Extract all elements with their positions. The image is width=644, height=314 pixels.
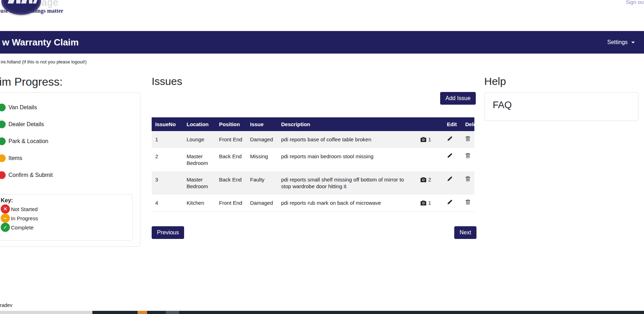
- key-item-complete: ✓Complete: [1, 223, 132, 232]
- progress-step-items[interactable]: Items: [0, 150, 140, 167]
- description-cell: pdi reports base of coffee table broken: [278, 131, 417, 148]
- location-cell: Lounge: [183, 131, 215, 148]
- bottom-bar-segment: [147, 311, 166, 314]
- issue-no-cell: 3: [152, 171, 183, 195]
- add-issue-button[interactable]: Add Issue: [440, 92, 476, 105]
- issue-row: 4KitchenFront EndDamagedpdi reports rub …: [152, 195, 474, 212]
- pencil-icon: [447, 178, 452, 183]
- delete-issue-button[interactable]: [465, 153, 470, 159]
- description-cell: pdi reports small shelf missing off bott…: [278, 171, 417, 195]
- logged-in-user-notice: ire.folland (If this is not you please l…: [1, 59, 87, 64]
- bottom-bar-segment: [166, 311, 179, 314]
- position-cell: Front End: [215, 195, 247, 212]
- edit-issue-button[interactable]: [447, 176, 452, 183]
- trash-icon: [465, 201, 470, 206]
- delete-issue-button[interactable]: [465, 136, 470, 142]
- key-item-label: Not Started: [11, 206, 38, 212]
- trash-icon: [465, 154, 470, 160]
- location-cell: Master Bedroom: [183, 148, 215, 171]
- pencil-icon: [447, 201, 452, 206]
- progress-step-dealer-details[interactable]: Dealer Details: [0, 116, 140, 133]
- issue-no-cell: 4: [152, 195, 183, 212]
- issue-no-cell: 1: [152, 131, 183, 148]
- photos-cell: [417, 148, 443, 171]
- logo-letter-fragment: [16, 0, 20, 4]
- delete-cell: [462, 131, 474, 148]
- column-header-delete: Delete: [462, 117, 474, 131]
- sign-out-link[interactable]: Sign out: [626, 0, 644, 5]
- key-item-in-progress: −In Progress: [1, 214, 132, 223]
- key-heading: Key:: [1, 197, 132, 204]
- pencil-icon: [447, 154, 452, 160]
- issue-type-cell: Damaged: [247, 195, 278, 212]
- delete-cell: [462, 195, 474, 212]
- navbar: w Warranty Claim Settings: [0, 31, 644, 54]
- issue-type-cell: Missing: [247, 148, 278, 171]
- photo-count-indicator: 1: [420, 200, 431, 206]
- footer-text: radev: [0, 302, 12, 308]
- help-heading: Help: [484, 75, 506, 87]
- logo-letter-fragment: [29, 0, 32, 4]
- in-progress-status-icon: −: [1, 214, 10, 223]
- position-cell: Front End: [215, 131, 247, 148]
- column-header-location: Location: [183, 117, 215, 131]
- photo-count-indicator: 1: [420, 136, 431, 142]
- issues-table: IssueNoLocationPositionIssueDescriptionE…: [152, 117, 474, 212]
- in-progress-status-icon: [0, 154, 6, 162]
- camera-icon: [420, 136, 426, 142]
- claim-progress-card: Van DetailsDealer DetailsPark & Location…: [0, 92, 140, 247]
- next-button[interactable]: Next: [454, 226, 476, 239]
- trash-icon: [465, 137, 470, 143]
- column-header-issue: Issue: [247, 117, 278, 131]
- faq-link[interactable]: FAQ: [493, 100, 512, 110]
- edit-issue-button[interactable]: [447, 199, 452, 206]
- progress-step-list: Van DetailsDealer DetailsPark & Location…: [0, 93, 140, 184]
- position-cell: Back End: [215, 171, 247, 195]
- issue-no-cell: 2: [152, 148, 183, 171]
- delete-cell: [462, 148, 474, 171]
- camera-icon: [420, 177, 426, 183]
- photo-count-indicator: 2: [420, 177, 431, 183]
- issues-heading: Issues: [152, 75, 182, 87]
- brand-tagline: use the little things matter: [0, 8, 63, 14]
- edit-cell: [443, 148, 462, 171]
- edit-cell: [443, 171, 462, 195]
- top-bar: age use the little things matter Sign ou…: [0, 0, 644, 31]
- delete-cell: [462, 171, 474, 195]
- claim-progress-heading: im Progress:: [0, 75, 63, 88]
- logo-letter-fragment: [8, 0, 15, 4]
- edit-issue-button[interactable]: [447, 153, 452, 159]
- edit-issue-button[interactable]: [447, 136, 452, 142]
- complete-status-icon: [0, 104, 6, 111]
- issue-type-cell: Damaged: [247, 131, 278, 148]
- location-cell: Kitchen: [183, 195, 215, 212]
- settings-dropdown[interactable]: Settings: [607, 31, 635, 54]
- page-title: w Warranty Claim: [2, 31, 79, 54]
- photos-cell: 1: [417, 195, 443, 212]
- progress-step-label: Items: [8, 155, 22, 161]
- photo-count: 1: [428, 136, 431, 142]
- photo-count: 2: [428, 177, 431, 183]
- delete-issue-button[interactable]: [465, 199, 470, 206]
- progress-step-confirm-submit[interactable]: Confirm & Submit: [0, 167, 140, 184]
- column-header-photos: [417, 117, 443, 131]
- pencil-icon: [447, 137, 452, 143]
- key-item-label: Complete: [11, 224, 34, 230]
- issue-type-cell: Faulty: [247, 171, 278, 195]
- column-header-issueno: IssueNo: [152, 117, 183, 131]
- complete-status-icon: [0, 137, 6, 145]
- delete-issue-button[interactable]: [465, 176, 470, 183]
- progress-step-label: Dealer Details: [8, 121, 44, 128]
- not-started-status-icon: [0, 171, 6, 179]
- progress-step-park-location[interactable]: Park & Location: [0, 133, 140, 150]
- logo-letter-fragment: [33, 0, 38, 4]
- previous-button[interactable]: Previous: [152, 226, 184, 239]
- bottom-bar-segment: [138, 311, 147, 314]
- issue-row: 1LoungeFront EndDamagedpdi reports base …: [152, 131, 474, 148]
- bottom-bar-segment: [92, 311, 138, 314]
- camera-icon: [420, 200, 426, 206]
- location-cell: Master Bedroom: [183, 171, 215, 195]
- progress-step-van-details[interactable]: Van Details: [0, 99, 140, 116]
- column-header-position: Position: [215, 117, 247, 131]
- bottom-bar-segment: [0, 311, 92, 314]
